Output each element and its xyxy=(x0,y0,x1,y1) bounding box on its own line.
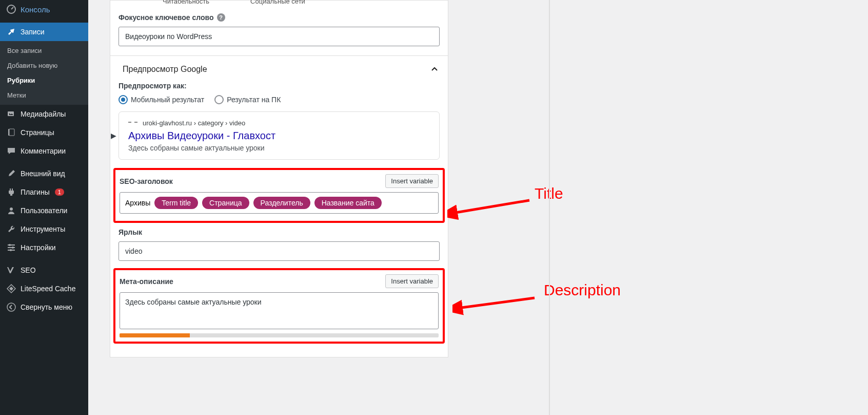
variable-pill[interactable]: Term title xyxy=(154,197,198,209)
seo-title-label: SEO-заголовок xyxy=(120,177,173,185)
preview-as-label: Предпросмотр как: xyxy=(119,82,440,90)
sidebar-label: Настройки xyxy=(21,243,56,252)
favicon-icon xyxy=(128,122,137,125)
main-content: Читабельность Социальные сети Фокусное к… xyxy=(88,0,868,415)
sidebar-sub-categories[interactable]: Рубрики xyxy=(0,73,88,88)
pin-icon xyxy=(6,27,16,37)
sidebar-label: Страницы xyxy=(21,128,54,137)
meta-description-input[interactable] xyxy=(120,292,439,329)
sliders-icon xyxy=(6,242,16,253)
svg-rect-1 xyxy=(8,111,14,116)
variable-pill[interactable]: Название сайта xyxy=(314,197,382,209)
sidebar-label: SEO xyxy=(21,266,36,274)
sidebar-item-comments[interactable]: Комментарии xyxy=(0,142,88,160)
svg-point-4 xyxy=(10,208,13,211)
annotation-description: Description xyxy=(544,281,621,299)
sidebar-label: Свернуть меню xyxy=(21,303,72,311)
insert-variable-button[interactable]: Insert variable xyxy=(385,174,439,188)
column-divider xyxy=(549,0,550,415)
sidebar-label: LiteSpeed Cache xyxy=(21,285,75,293)
chevron-up-icon xyxy=(429,64,440,74)
sidebar-item-appearance[interactable]: Внешний вид xyxy=(0,164,88,183)
svg-point-9 xyxy=(12,247,14,249)
arrow-icon xyxy=(452,293,540,318)
google-preview-title: Предпросмотр Google xyxy=(123,65,207,74)
seo-title-input[interactable]: Архивы Term title Страница Разделитель Н… xyxy=(120,192,439,214)
sidebar-item-pages[interactable]: Страницы xyxy=(0,123,88,142)
help-icon[interactable]: ? xyxy=(217,13,225,22)
sidebar-item-tools[interactable]: Инструменты xyxy=(0,220,88,238)
svg-line-12 xyxy=(452,200,529,213)
slug-input[interactable] xyxy=(119,241,440,261)
page-icon xyxy=(6,127,16,138)
dashboard-icon xyxy=(6,4,16,14)
variable-pill[interactable]: Разделитель xyxy=(253,197,310,209)
preview-mode-radio-group: Мобильный результат Результат на ПК xyxy=(119,95,440,104)
meta-description-label: Мета-описание xyxy=(120,277,173,286)
radio-mobile[interactable]: Мобильный результат xyxy=(119,95,204,104)
yoast-icon xyxy=(6,265,16,275)
user-icon xyxy=(6,205,16,216)
sidebar-item-media[interactable]: Медиафайлы xyxy=(0,105,88,123)
brush-icon xyxy=(6,168,16,179)
sidebar-item-plugins[interactable]: Плагины 1 xyxy=(0,183,88,201)
arrow-icon xyxy=(447,190,535,221)
sidebar-item-seo[interactable]: SEO xyxy=(0,261,88,279)
svg-rect-3 xyxy=(9,129,14,136)
seo-tabs: Читабельность Социальные сети xyxy=(110,0,448,5)
focus-keyword-label: Фокусное ключевое слово ? xyxy=(119,13,440,22)
collapse-icon xyxy=(6,302,16,312)
seo-panel: Фокусное ключевое слово ? Предпросмотр G… xyxy=(110,5,448,357)
tab-readability[interactable]: Читабельность xyxy=(163,0,209,5)
sidebar-label: Пользователи xyxy=(21,206,67,215)
preview-url: uroki-glavhost.ru › category › video xyxy=(128,119,430,127)
seo-title-prefix: Архивы xyxy=(125,199,150,207)
sidebar-submenu-posts: Все записи Добавить новую Рубрики Метки xyxy=(0,41,88,105)
plugins-badge: 1 xyxy=(55,188,64,196)
svg-point-8 xyxy=(9,244,11,246)
sidebar-label: Записи xyxy=(21,28,44,36)
sidebar-item-settings[interactable]: Настройки xyxy=(0,238,88,257)
google-preview-toggle[interactable]: Предпросмотр Google xyxy=(119,64,440,74)
radio-icon xyxy=(119,95,128,104)
preview-title: Архивы Видеоуроки - Главхост xyxy=(128,130,430,142)
admin-sidebar: Консоль Записи Все записи Добавить новую… xyxy=(0,0,88,415)
plugin-icon xyxy=(6,187,16,197)
sidebar-label: Внешний вид xyxy=(21,169,65,178)
variable-pill[interactable]: Страница xyxy=(202,197,249,209)
sidebar-sub-tags[interactable]: Метки xyxy=(0,88,88,103)
drag-handle-icon[interactable]: ▶ xyxy=(111,131,116,140)
sidebar-label: Медиафайлы xyxy=(21,110,66,118)
svg-line-13 xyxy=(458,298,535,308)
tab-social[interactable]: Социальные сети xyxy=(250,0,305,5)
comment-icon xyxy=(6,146,16,156)
sidebar-item-users[interactable]: Пользователи xyxy=(0,201,88,220)
sidebar-collapse[interactable]: Свернуть меню xyxy=(0,298,88,316)
radio-desktop[interactable]: Результат на ПК xyxy=(214,95,281,104)
sidebar-label: Плагины xyxy=(21,188,50,196)
tab-labels-partial: Читабельность Социальные сети xyxy=(163,0,305,5)
litespeed-icon xyxy=(6,284,16,294)
annotation-box-title: SEO-заголовок Insert variable Архивы Ter… xyxy=(113,168,445,223)
google-preview-card: ▶ uroki-glavhost.ru › category › video А… xyxy=(119,111,440,160)
slug-label: Ярлык xyxy=(119,228,440,236)
annotation-box-description: Мета-описание Insert variable xyxy=(113,268,445,344)
sidebar-sub-all-posts[interactable]: Все записи xyxy=(0,43,88,58)
radio-icon xyxy=(214,95,224,104)
sidebar-label: Инструменты xyxy=(21,225,65,233)
wrench-icon xyxy=(6,224,16,234)
media-icon xyxy=(6,109,16,119)
sidebar-sub-add-new[interactable]: Добавить новую xyxy=(0,58,88,73)
focus-keyword-input[interactable] xyxy=(119,27,440,46)
sidebar-item-console[interactable]: Консоль xyxy=(0,0,88,18)
svg-point-11 xyxy=(7,303,15,311)
sidebar-item-litespeed[interactable]: LiteSpeed Cache xyxy=(0,279,88,298)
description-length-bar xyxy=(120,333,439,337)
svg-point-10 xyxy=(10,249,12,251)
sidebar-label: Консоль xyxy=(21,5,50,14)
preview-description: Здесь собраны самые актуальные уроки xyxy=(128,144,430,152)
sidebar-item-posts[interactable]: Записи xyxy=(0,23,88,41)
sidebar-label: Комментарии xyxy=(21,147,66,155)
insert-variable-button[interactable]: Insert variable xyxy=(385,274,439,288)
